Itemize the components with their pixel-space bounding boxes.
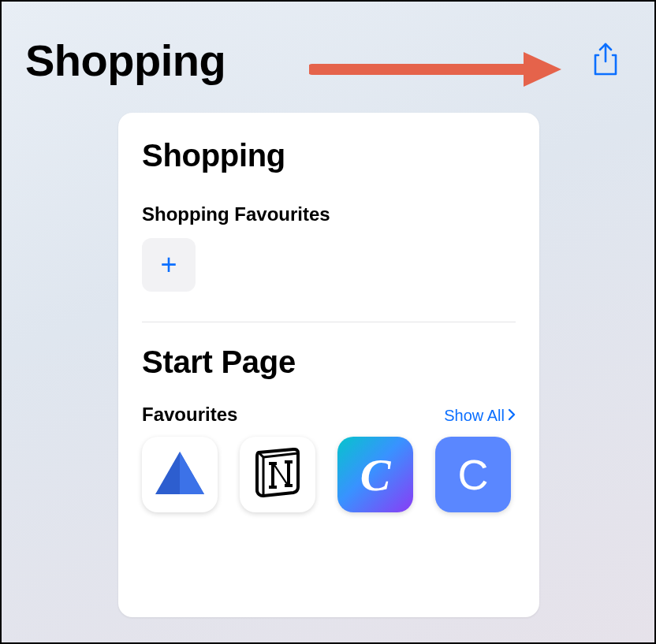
- favourite-tile-autodesk[interactable]: [142, 437, 218, 512]
- page-title: Shopping: [25, 35, 226, 86]
- favourites-grid: C C: [142, 437, 516, 512]
- add-favourite-button[interactable]: +: [142, 238, 196, 292]
- canva-icon: C: [360, 449, 391, 501]
- show-all-label: Show All: [444, 407, 505, 425]
- favourites-subtitle: Favourites: [142, 404, 237, 426]
- share-button[interactable]: [590, 43, 621, 78]
- start-page-title: Start Page: [142, 344, 516, 380]
- notion-icon: [248, 443, 308, 506]
- favourite-tile-notion[interactable]: [240, 437, 315, 512]
- c-icon: C: [458, 450, 489, 499]
- content-card: Shopping Shopping Favourites + Start Pag…: [118, 113, 539, 617]
- svg-marker-1: [524, 52, 561, 87]
- show-all-button[interactable]: Show All: [444, 407, 516, 425]
- annotation-arrow: [309, 49, 561, 90]
- favourite-tile-c[interactable]: C: [435, 437, 511, 512]
- plus-icon: +: [160, 248, 177, 281]
- shopping-section-title: Shopping: [142, 138, 516, 173]
- favourites-row-header: Favourites Show All: [142, 404, 516, 426]
- share-icon: [592, 43, 619, 79]
- header-bar: Shopping: [2, 2, 654, 113]
- shopping-favourites-title: Shopping Favourites: [142, 203, 516, 225]
- chevron-right-icon: [508, 407, 516, 425]
- favourite-tile-canva[interactable]: C: [337, 437, 413, 512]
- section-divider: [142, 322, 516, 322]
- triangle-icon: [152, 445, 207, 504]
- svg-marker-3: [180, 452, 204, 494]
